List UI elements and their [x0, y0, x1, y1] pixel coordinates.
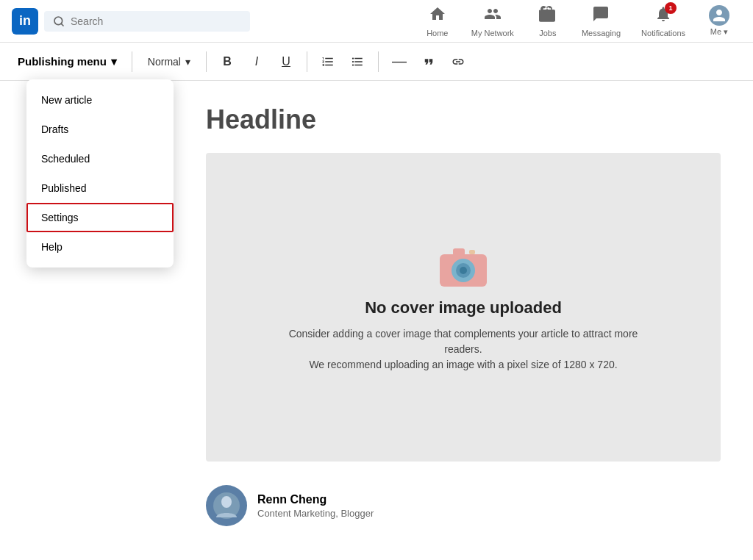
nav-item-me[interactable]: Me ▾ [697, 2, 741, 40]
toolbar-divider-2 [206, 51, 207, 72]
header-nav: Home My Network Jobs Messaging [415, 2, 741, 40]
svg-rect-6 [453, 248, 465, 256]
linkedin-logo[interactable]: in [12, 8, 38, 35]
search-input[interactable] [71, 15, 241, 27]
nav-label-notifications: Notifications [641, 29, 685, 37]
toolbar: Publishing menu ▾ Normal ▾ B I U — [0, 43, 753, 81]
publishing-menu-label: Publishing menu [18, 55, 107, 68]
toolbar-divider-3 [307, 51, 307, 72]
svg-line-1 [61, 24, 63, 26]
menu-item-drafts[interactable]: Drafts [26, 115, 174, 144]
notifications-icon: 1 [654, 5, 672, 27]
format-style-dropdown[interactable]: Normal ▾ [141, 52, 197, 71]
nav-label-jobs: Jobs [539, 29, 556, 37]
no-cover-title: No cover image uploaded [365, 298, 562, 317]
dash-button[interactable]: — [388, 50, 411, 73]
svg-rect-7 [469, 250, 475, 254]
publishing-menu-button[interactable]: Publishing menu ▾ [12, 51, 123, 73]
home-icon [429, 5, 446, 27]
camera-icon [437, 243, 490, 287]
menu-item-new-article[interactable]: New article [26, 85, 174, 115]
nav-label-home: Home [427, 29, 448, 37]
messaging-icon [592, 5, 610, 27]
svg-point-5 [460, 267, 467, 274]
nav-item-home[interactable]: Home [415, 2, 460, 40]
nav-label-messaging: Messaging [582, 29, 621, 37]
author-title: Content Marketing, Blogger [257, 508, 374, 519]
cover-image-area[interactable]: No cover image uploaded Consider adding … [206, 153, 721, 462]
nav-label-network: My Network [471, 29, 514, 37]
article-headline[interactable]: Headline [206, 104, 721, 135]
me-avatar [709, 5, 729, 26]
underline-button[interactable]: U [274, 50, 298, 73]
header: in Home My Network Jobs [0, 0, 753, 43]
menu-item-settings[interactable]: Settings [26, 203, 174, 232]
author-avatar [206, 485, 247, 526]
format-style-label: Normal [148, 56, 181, 68]
menu-item-scheduled[interactable]: Scheduled [26, 144, 174, 173]
menu-item-help[interactable]: Help [26, 232, 174, 262]
search-icon [53, 15, 65, 27]
author-info: Renn Cheng Content Marketing, Blogger [257, 493, 374, 519]
network-icon [484, 5, 502, 27]
author-section: Renn Cheng Content Marketing, Blogger [206, 485, 721, 526]
publishing-dropdown-menu: New article Drafts Scheduled Published S… [26, 79, 174, 268]
svg-point-9 [221, 496, 232, 508]
notifications-badge: 1 [665, 2, 677, 14]
nav-item-network[interactable]: My Network [463, 2, 523, 40]
nav-label-me: Me ▾ [710, 27, 728, 37]
nav-item-messaging[interactable]: Messaging [573, 2, 629, 40]
italic-button[interactable]: I [245, 50, 268, 73]
jobs-icon [539, 5, 557, 27]
link-button[interactable] [446, 50, 470, 73]
publishing-menu-chevron: ▾ [111, 55, 117, 68]
toolbar-divider-1 [132, 51, 132, 72]
no-cover-description: Consider adding a cover image that compl… [272, 326, 654, 373]
search-bar[interactable] [44, 11, 250, 32]
unordered-list-button[interactable] [346, 50, 369, 73]
ordered-list-button[interactable] [316, 50, 340, 73]
nav-item-jobs[interactable]: Jobs [526, 2, 570, 40]
bold-button[interactable]: B [215, 50, 239, 73]
quote-button[interactable] [417, 50, 440, 73]
toolbar-divider-4 [378, 51, 379, 72]
nav-item-notifications[interactable]: 1 Notifications [632, 2, 694, 40]
format-style-chevron: ▾ [185, 56, 190, 68]
menu-item-published[interactable]: Published [26, 173, 174, 203]
author-name: Renn Cheng [257, 493, 374, 506]
